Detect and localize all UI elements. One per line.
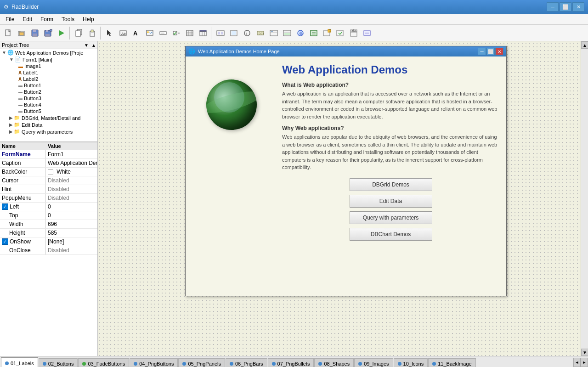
prop-name-left: ✓ Left — [0, 203, 46, 211]
tree-item-form1[interactable]: ▼ 📄 Form1 [Main] — [0, 56, 97, 63]
tree-item-editdata[interactable]: ▶ 📁 Edit Data — [0, 121, 97, 128]
tree-item-dbgrid[interactable]: ▶ 📁 DBGrid, Master/Detail and — [0, 114, 97, 121]
prop-row-formname[interactable]: FormName Form1 — [0, 150, 97, 159]
props-col-value: Value — [48, 143, 96, 149]
tab-dot-02 — [43, 362, 46, 366]
tree-scroll-up[interactable]: ▲ — [90, 41, 97, 49]
vscroll-track[interactable] — [581, 49, 588, 349]
tool-extra10[interactable] — [334, 27, 347, 40]
new-button[interactable] — [2, 27, 15, 40]
prop-row-caption[interactable]: Caption Web Application Dem — [0, 159, 97, 168]
btn-query-with-parameters[interactable]: Query with parameters — [350, 211, 432, 224]
menu-bar: File Edit Form Tools Help — [0, 14, 588, 25]
label-tool[interactable]: A — [130, 27, 143, 40]
tab-scroll-controls: ◄ ► — [573, 358, 588, 367]
prop-name-hint: Hint — [0, 185, 46, 193]
prop-row-left[interactable]: ✓ Left 0 — [0, 203, 97, 211]
tool-extra1[interactable] — [214, 27, 227, 40]
prop-row-top[interactable]: Top 0 — [0, 211, 97, 220]
tab-scroll-right[interactable]: ► — [581, 358, 588, 367]
tree-item-label1[interactable]: A Label1 — [0, 69, 97, 76]
tab-04-pngbuttons[interactable]: 04_PngButtons — [130, 358, 178, 367]
tree-item-queryparams[interactable]: ▶ 📁 Query with parameters — [0, 128, 97, 135]
prop-row-width[interactable]: Width 696 — [0, 220, 97, 229]
prop-row-cursor[interactable]: Cursor Disabled — [0, 176, 97, 185]
menu-tools[interactable]: Tools — [58, 15, 78, 23]
tab-07-pngbullets[interactable]: 07_PngBullets — [268, 358, 314, 367]
prop-name-onshow: ✓ OnShow — [0, 237, 46, 246]
tab-03-fadebuttons[interactable]: 03_FadeButtons — [78, 358, 129, 367]
tab-05-pngpanels[interactable]: 05_PngPanels — [178, 358, 225, 367]
tool-extra4[interactable]: btn — [254, 27, 267, 40]
tool-extra11[interactable]: abc — [347, 27, 360, 40]
menu-edit[interactable]: Edit — [19, 15, 36, 23]
tree-item-button1[interactable]: ▬ Button1 — [0, 82, 97, 89]
vscroll-down[interactable]: ▼ — [581, 349, 588, 356]
prop-row-height[interactable]: Height 585 — [0, 229, 97, 237]
form-minimize-button[interactable]: ─ — [478, 48, 486, 55]
tool-extra12[interactable] — [361, 27, 373, 40]
properties-panel: Name Value FormName Form1 Caption Web Ap… — [0, 142, 97, 356]
tool-extra2[interactable] — [227, 27, 240, 40]
btn-dbgrid-demos[interactable]: DBGrid Demos — [350, 178, 432, 191]
tab-11-backimage[interactable]: 11_BackImage — [428, 358, 475, 367]
save-all-button[interactable] — [42, 27, 55, 40]
menu-file[interactable]: File — [2, 15, 18, 23]
open-button[interactable] — [15, 27, 28, 40]
edit-tool[interactable] — [157, 27, 170, 40]
text-tool[interactable]: Ab — [117, 27, 130, 40]
restore-button[interactable]: ⬜ — [560, 2, 571, 11]
run-button[interactable] — [55, 27, 68, 40]
grid-tool[interactable] — [183, 27, 196, 40]
menu-form[interactable]: Form — [37, 15, 57, 23]
svg-rect-2 — [19, 32, 24, 35]
prop-row-backcolor[interactable]: BackColor White — [0, 168, 97, 176]
toolbar-separator-2 — [100, 27, 102, 40]
tool-extra3[interactable]: i — [241, 27, 254, 40]
tab-02-buttons[interactable]: 02_Buttons — [39, 358, 78, 367]
tab-10-icons[interactable]: 10_Icons — [394, 358, 428, 367]
prop-row-onshow[interactable]: ✓ OnShow [None] — [0, 237, 97, 246]
tree-item-button4[interactable]: ▬ Button4 — [0, 102, 97, 108]
checkbox-tool[interactable] — [170, 27, 183, 40]
tab-08-shapes[interactable]: 08_Shapes — [314, 358, 354, 367]
prop-row-onclose[interactable]: OnClose Disabled — [0, 246, 97, 255]
tool-extra6[interactable] — [281, 27, 294, 40]
table-tool[interactable] — [197, 27, 209, 40]
center-vscrollbar[interactable]: ▲ ▼ — [581, 41, 588, 356]
tool-extra9[interactable]: ⚙ — [321, 27, 334, 40]
image-tool[interactable] — [143, 27, 156, 40]
form-close-button[interactable]: ✕ — [495, 48, 503, 55]
minimize-button[interactable]: ─ — [547, 2, 559, 11]
prop-row-hint[interactable]: Hint Disabled — [0, 185, 97, 194]
tree-item-button3[interactable]: ▬ Button3 — [0, 95, 97, 102]
prop-name-height: Height — [0, 229, 46, 237]
tree-item-button2[interactable]: ▬ Button2 — [0, 89, 97, 95]
tool-extra7[interactable]: ⊕ — [294, 27, 307, 40]
tab-01-labels[interactable]: 01_Labels — [1, 357, 38, 367]
tree-item-button5[interactable]: ▬ Button5 — [0, 108, 97, 114]
svg-rect-48 — [284, 33, 290, 35]
tab-06-pngbars[interactable]: 06_PngBars — [226, 358, 267, 367]
tab-09-images[interactable]: 09_Images — [354, 358, 393, 367]
btn-edit-data[interactable]: Edit Data — [350, 195, 432, 208]
tab-scroll-left[interactable]: ◄ — [573, 358, 581, 367]
btn-dbchart-demos[interactable]: DBChart Demos — [350, 228, 432, 241]
form-right-panel: Web Application Demos What is Web applic… — [277, 56, 506, 296]
form-restore-button[interactable]: ⬜ — [486, 48, 495, 55]
menu-help[interactable]: Help — [79, 15, 98, 23]
prop-row-popupmenu[interactable]: PopupMenu Disabled — [0, 194, 97, 203]
tool-extra8[interactable] — [307, 27, 320, 40]
save-button[interactable] — [28, 27, 41, 40]
pointer-tool[interactable] — [103, 27, 116, 40]
tree-item-project[interactable]: ▼ 🌐 Web Application Demos [Proje — [0, 49, 97, 56]
tab-label-01: 01_Labels — [11, 361, 34, 366]
copy-button[interactable] — [73, 27, 85, 40]
tree-item-label2[interactable]: A Label2 — [0, 76, 97, 82]
paste-button[interactable] — [86, 27, 99, 40]
tree-item-image1[interactable]: ▬ Image1 — [0, 63, 97, 69]
tree-collapse-btn[interactable]: ▼ — [83, 41, 90, 49]
tool-extra5[interactable] — [267, 27, 280, 40]
close-button[interactable]: ✕ — [572, 2, 584, 11]
vscroll-up[interactable]: ▲ — [581, 41, 588, 49]
